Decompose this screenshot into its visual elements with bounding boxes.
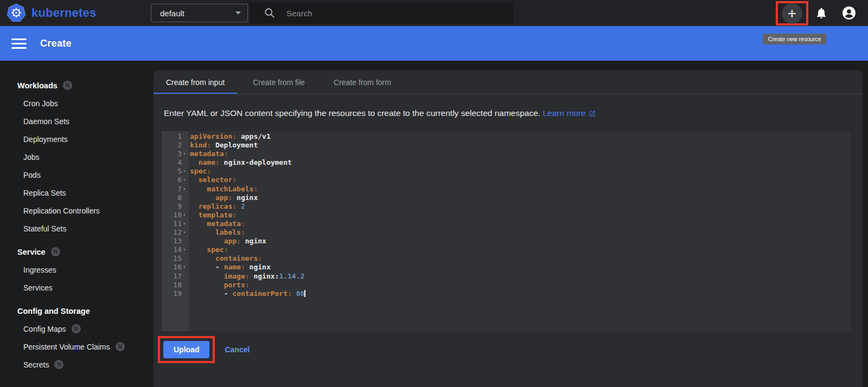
code-line-2[interactable]: 2kind: Deployment: [162, 141, 851, 150]
cancel-button[interactable]: Cancel: [225, 345, 250, 354]
sidebar-section-service[interactable]: ServiceN: [0, 243, 154, 261]
gutter-cell: 19: [162, 289, 189, 298]
sidebar-item-deployments[interactable]: Deployments: [0, 130, 154, 148]
code-line-7[interactable]: 7▾ matchLabels:: [162, 185, 851, 194]
code-line-10[interactable]: 10▾ template:: [162, 211, 851, 220]
sidebar-item-persistent-volume-claims[interactable]: Persistent Volume ClaimsN: [0, 338, 154, 356]
fold-toggle-icon[interactable]: ▾: [182, 150, 187, 158]
sidebar-section-config-and-storage[interactable]: Config and Storage: [0, 302, 154, 320]
gutter-cell: 6▾: [162, 176, 189, 184]
code-line-11[interactable]: 11▾ metadata:: [162, 220, 851, 228]
code-line-5[interactable]: 5▾spec:: [162, 167, 851, 176]
code-line-12[interactable]: 12▾ labels:: [162, 228, 851, 237]
fold-toggle-icon[interactable]: ▾: [182, 228, 187, 237]
line-number: 8: [177, 194, 182, 202]
sidebar-item-label: Pods: [23, 171, 41, 179]
line-number: 16: [173, 263, 182, 272]
sidebar-item-config-maps[interactable]: Config MapsN: [0, 320, 154, 338]
account-button[interactable]: [842, 6, 856, 20]
sidebar-item-services[interactable]: Services: [0, 279, 154, 296]
sidebar-item-label: Secrets: [23, 360, 49, 369]
sidebar-item-replica-sets[interactable]: Replica Sets: [0, 184, 154, 202]
sidebar-item-daemon-sets[interactable]: Daemon Sets: [0, 112, 154, 130]
new-badge: N: [72, 324, 81, 333]
create-new-resource-button[interactable]: +: [782, 3, 802, 24]
hamburger-icon: [11, 38, 27, 40]
tab-create-from-input[interactable]: Create from input: [154, 70, 237, 94]
code-text: template:: [189, 211, 237, 220]
sidebar-item-label: Cron Jobs: [23, 99, 58, 108]
fold-toggle-icon[interactable]: ▾: [182, 246, 187, 254]
learn-more-link[interactable]: Learn more: [542, 108, 595, 118]
sidebar-item-secrets[interactable]: SecretsN: [0, 356, 154, 373]
brand-name: kubernetes: [31, 6, 96, 20]
code-line-15[interactable]: 15 containers:: [162, 254, 851, 263]
code-line-1[interactable]: 1apiVersion: apps/v1: [162, 132, 851, 141]
sidebar-item-pods[interactable]: Pods: [0, 166, 154, 184]
sidebar-item-label: Persistent Volume Claims: [23, 343, 110, 351]
search-input[interactable]: [286, 9, 513, 18]
sidebar: WorkloadsNCron JobsDaemon SetsDeployment…: [0, 61, 154, 387]
sidebar-item-label: Stateful Sets: [23, 224, 66, 233]
gutter-cell: 14▾: [162, 246, 189, 254]
code-line-14[interactable]: 14▾ spec:: [162, 246, 851, 254]
gutter-cell: 9: [162, 202, 189, 211]
line-number: 9: [177, 202, 182, 211]
fold-toggle-icon[interactable]: ▾: [182, 185, 187, 194]
fold-toggle-icon[interactable]: ▾: [182, 176, 187, 184]
tab-create-from-form[interactable]: Create from form: [321, 70, 404, 94]
sidebar-item-jobs[interactable]: Jobs: [0, 148, 154, 166]
sidebar-section-workloads[interactable]: WorkloadsN: [0, 76, 154, 94]
notifications-button[interactable]: [815, 7, 828, 20]
code-line-4[interactable]: 4 name: nginx-deployment: [162, 158, 851, 167]
sidebar-section-label: Service: [17, 248, 46, 256]
code-line-16[interactable]: 16▾ - name: nginx: [162, 263, 851, 272]
code-text: ports:: [189, 281, 250, 289]
line-number: 11: [173, 220, 182, 228]
sidebar-item-ingresses[interactable]: Ingresses: [0, 261, 154, 279]
code-line-3[interactable]: 3▾metadata:: [162, 150, 851, 158]
gutter-cell: 10▾: [162, 211, 189, 220]
fold-toggle-icon[interactable]: ▾: [182, 220, 187, 228]
tab-create-from-file[interactable]: Create from file: [237, 70, 321, 94]
sidebar-item-label: Services: [23, 283, 53, 292]
code-line-19[interactable]: 19 - containerPort: 80: [162, 289, 851, 298]
gutter-cell: 7▾: [162, 185, 189, 194]
sidebar-section-label: Config and Storage: [17, 307, 90, 315]
code-line-6[interactable]: 6▾ selector:: [162, 176, 851, 184]
line-number: 19: [173, 289, 182, 298]
new-badge: N: [54, 360, 63, 369]
namespace-selector[interactable]: default: [151, 4, 248, 22]
code-line-17[interactable]: 17 image: nginx:1.14.2: [162, 272, 851, 281]
yaml-editor[interactable]: 1apiVersion: apps/v12kind: Deployment3▾m…: [162, 131, 851, 331]
brand[interactable]: kubernetes: [7, 0, 96, 26]
fold-toggle-icon[interactable]: ▾: [182, 263, 187, 272]
search-bar[interactable]: [250, 2, 513, 24]
fold-toggle-icon[interactable]: ▾: [182, 167, 187, 176]
gutter-cell: 1: [162, 132, 189, 141]
gutter-cell: 18: [162, 281, 189, 289]
gutter-cell: 13: [162, 237, 189, 246]
gutter-cell: 8: [162, 194, 189, 202]
text-cursor: [304, 290, 305, 297]
new-badge: N: [63, 81, 72, 90]
annotation-box-upload: Upload: [158, 336, 215, 363]
sidebar-item-stateful-sets[interactable]: Stateful Sets: [0, 220, 154, 237]
gutter-cell: 5▾: [162, 167, 189, 176]
line-number: 14: [173, 246, 182, 254]
code-line-13[interactable]: 13 app: nginx: [162, 237, 851, 246]
gutter-cell: 2: [162, 141, 189, 150]
upload-button[interactable]: Upload: [163, 341, 209, 358]
code-line-8[interactable]: 8 app: nginx: [162, 194, 851, 202]
menu-button[interactable]: [11, 38, 27, 49]
code-text: image: nginx:1.14.2: [189, 272, 304, 281]
code-text: metadata:: [189, 220, 245, 228]
sidebar-item-replication-controllers[interactable]: Replication Controllers: [0, 202, 154, 220]
code-line-18[interactable]: 18 ports:: [162, 281, 851, 289]
new-badge: N: [51, 247, 60, 256]
fold-toggle-icon[interactable]: ▾: [182, 211, 187, 220]
sidebar-item-cron-jobs[interactable]: Cron Jobs: [0, 94, 154, 112]
content-card: Create from inputCreate from fileCreate …: [154, 70, 863, 387]
code-line-9[interactable]: 9 replicas: 2: [162, 202, 851, 211]
gutter-cell: 3▾: [162, 150, 189, 158]
